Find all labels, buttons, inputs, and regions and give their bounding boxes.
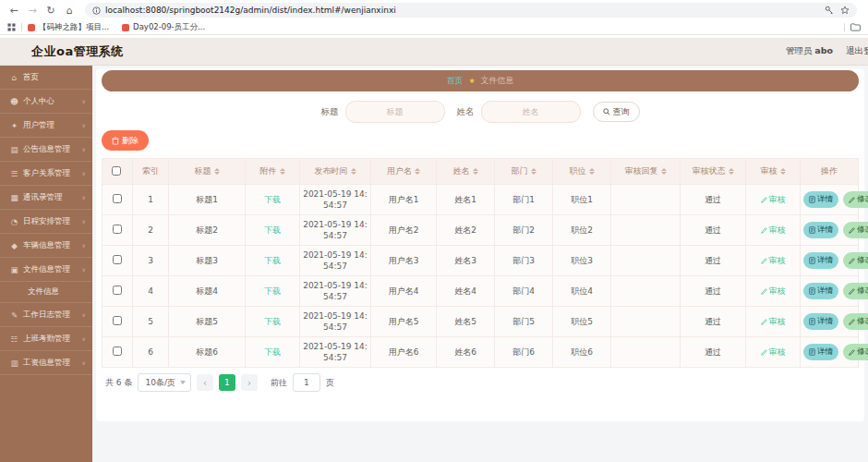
download-link[interactable]: 下载	[264, 256, 281, 265]
divider	[21, 23, 22, 31]
document-icon	[809, 196, 815, 203]
audit-link[interactable]: 审核	[761, 194, 786, 206]
goto-page-input[interactable]	[293, 373, 320, 392]
apps-grid-icon[interactable]	[7, 23, 16, 31]
detail-button[interactable]: 详情	[803, 313, 838, 330]
sidebar-item-schedule-mgmt[interactable]: ◔ 日程安排管理 ∨	[0, 210, 92, 234]
bookmark-day02-staff[interactable]: Day02-09-员工分...	[122, 22, 205, 33]
breadcrumb-current: 文件信息	[481, 75, 514, 87]
audit-link[interactable]: 审核	[761, 286, 786, 298]
detail-button[interactable]: 详情	[803, 222, 838, 238]
next-page-button[interactable]: ›	[241, 374, 258, 391]
audit-link[interactable]: 审核	[761, 346, 786, 359]
sidebar-item-home[interactable]: ⌂ 首页	[0, 66, 92, 90]
column-header-title[interactable]: 标题	[169, 159, 246, 185]
column-header-publish-time[interactable]: 发布时间	[300, 159, 371, 185]
edit-button[interactable]: 修改	[843, 283, 868, 299]
edit-button[interactable]: 修改	[843, 344, 868, 360]
download-link[interactable]: 下载	[264, 347, 281, 357]
sidebar-item-vehicle-info-mgmt[interactable]: ◆ 车辆信息管理 ∨	[0, 234, 92, 258]
column-header-audit-status[interactable]: 审核状态	[681, 159, 746, 185]
sort-icon[interactable]	[351, 168, 356, 175]
row-checkbox[interactable]	[113, 316, 122, 325]
back-icon[interactable]: ←	[7, 6, 20, 16]
cell-title: 标题3	[169, 246, 246, 276]
sidebar-item-personal-center[interactable]: ☻ 个人中心 ∨	[0, 90, 92, 114]
row-checkbox[interactable]	[113, 255, 122, 264]
column-header-attachment[interactable]: 附件	[246, 159, 300, 185]
cell-department: 部门2	[495, 215, 553, 246]
sidebar-item-work-log-mgmt[interactable]: ✎ 工作日志管理 ∨	[0, 303, 92, 327]
sort-icon[interactable]	[214, 168, 220, 175]
sidebar-item-attendance-mgmt[interactable]: ☷ 上班考勤管理 ∨	[0, 327, 92, 351]
detail-button[interactable]: 详情	[803, 252, 838, 269]
sidebar-item-file-info-mgmt[interactable]: ▣ 文件信息管理 ∨	[0, 258, 92, 282]
sort-icon[interactable]	[415, 168, 420, 175]
breadcrumb-home-link[interactable]: 首页	[446, 75, 463, 87]
column-header-index[interactable]: 索引	[133, 159, 169, 185]
row-checkbox[interactable]	[113, 194, 122, 203]
column-header-position[interactable]: 职位	[553, 159, 611, 185]
refresh-icon[interactable]: ↻	[44, 6, 57, 16]
edit-button[interactable]: 修改	[843, 313, 868, 330]
sort-icon[interactable]	[729, 168, 734, 175]
column-header-name[interactable]: 姓名	[437, 159, 495, 185]
sort-icon[interactable]	[780, 168, 786, 175]
cell-publish-time: 2021-05-19 14:54:57	[300, 276, 371, 307]
document-icon	[809, 287, 815, 295]
audit-link[interactable]: 审核	[761, 316, 786, 328]
sidebar-item-announcement-mgmt[interactable]: ▤ 公告信息管理 ∨	[0, 138, 92, 162]
site-info-icon[interactable]	[92, 6, 101, 15]
delete-button[interactable]: 删除	[102, 130, 149, 151]
detail-button[interactable]: 详情	[803, 191, 838, 208]
sidebar-item-salary-info-mgmt[interactable]: ▥ 工资信息管理 ∨	[0, 351, 92, 375]
edit-button[interactable]: 修改	[843, 252, 868, 269]
sort-icon[interactable]	[473, 168, 478, 175]
column-header-audit-reply[interactable]: 审核回复	[611, 159, 681, 185]
goto-label: 前往	[271, 377, 287, 389]
download-link[interactable]: 下载	[264, 317, 281, 326]
folder-icon[interactable]	[850, 23, 861, 31]
detail-button[interactable]: 详情	[803, 344, 838, 360]
download-link[interactable]: 下载	[264, 286, 281, 296]
title-input[interactable]	[345, 101, 445, 123]
row-checkbox[interactable]	[113, 225, 122, 234]
passwords-key-icon[interactable]	[825, 6, 834, 15]
column-header-department[interactable]: 部门	[495, 159, 553, 185]
forward-icon[interactable]: →	[26, 6, 39, 16]
column-header-select[interactable]	[102, 159, 133, 185]
row-checkbox[interactable]	[113, 286, 122, 295]
select-all-checkbox[interactable]	[112, 166, 121, 176]
cell-username: 用户名6	[371, 337, 437, 368]
bookmark-star-icon[interactable]	[840, 6, 850, 15]
cell-audit-reply	[611, 185, 681, 215]
sort-icon[interactable]	[531, 168, 536, 175]
audit-link[interactable]: 审核	[761, 225, 786, 237]
download-link[interactable]: 下载	[264, 225, 281, 235]
edit-button[interactable]: 修改	[843, 191, 868, 208]
download-link[interactable]: 下载	[264, 195, 281, 204]
column-header-audit[interactable]: 审核	[746, 159, 801, 185]
sort-icon[interactable]	[280, 168, 285, 175]
audit-link[interactable]: 审核	[761, 255, 786, 267]
sort-icon[interactable]	[661, 168, 667, 175]
row-checkbox[interactable]	[113, 346, 122, 356]
column-header-action[interactable]: 操作	[801, 159, 859, 185]
prev-page-button[interactable]: ‹	[197, 374, 213, 391]
page-number-button[interactable]: 1	[219, 374, 235, 391]
detail-button[interactable]: 详情	[803, 283, 838, 299]
home-icon[interactable]: ⌂	[63, 6, 76, 16]
address-bar[interactable]: localhost:8080/springboot2142g/admin/dis…	[85, 3, 857, 18]
page-size-select[interactable]: 10条/页	[138, 373, 190, 392]
sidebar-item-contacts-mgmt[interactable]: ▦ 通讯录管理 ∨	[0, 186, 92, 210]
sidebar-item-user-mgmt[interactable]: ✦ 用户管理 ∨	[0, 114, 92, 138]
sidebar-item-customer-relation-mgmt[interactable]: ☰ 客户关系管理 ∨	[0, 162, 92, 186]
bookmark-mashen-project[interactable]: 【码神之路】项目...	[28, 22, 109, 33]
sidebar-subitem-file-info[interactable]: 文件信息	[0, 282, 92, 303]
logout-button[interactable]: 退出登录	[846, 45, 868, 57]
sort-icon[interactable]	[589, 168, 595, 175]
query-button[interactable]: 查询	[593, 102, 640, 122]
name-input[interactable]	[481, 101, 581, 123]
edit-button[interactable]: 修改	[843, 222, 868, 238]
column-header-username[interactable]: 用户名	[371, 159, 437, 185]
